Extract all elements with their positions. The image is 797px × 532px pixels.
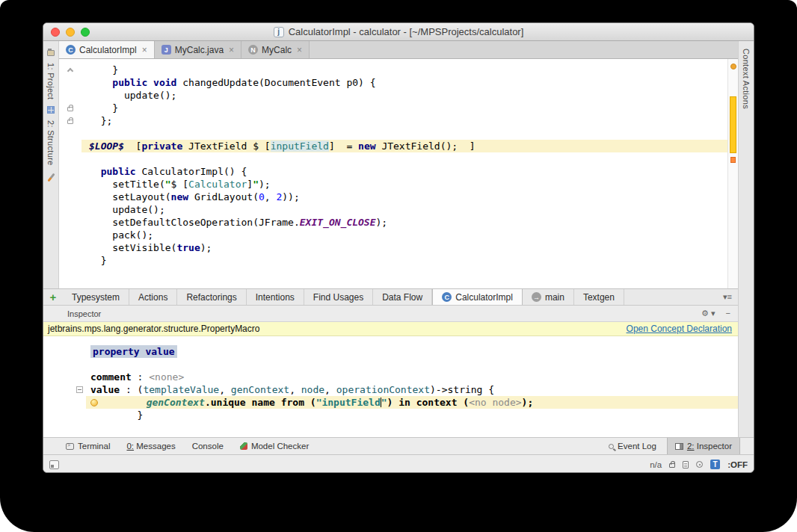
code-line[interactable]: genContext.unique name from ("inputField… <box>43 396 738 409</box>
code-line[interactable]: update(); <box>59 203 727 216</box>
code-line[interactable] <box>43 358 738 371</box>
inspector-toolwindow-icon <box>675 443 683 450</box>
code-line[interactable]: public void changedUpdate(DocumentEvent … <box>59 76 727 89</box>
tab-data-flow[interactable]: Data Flow <box>373 289 432 305</box>
code-line[interactable]: } <box>59 102 727 114</box>
minus-icon[interactable] <box>76 386 83 393</box>
minimize-button[interactable] <box>66 28 75 37</box>
macro-type-banner: jetbrains.mps.lang.generator.structure.P… <box>43 322 738 336</box>
class-icon: C <box>66 45 76 55</box>
toolwindow-project-button[interactable]: 1: Project <box>46 63 55 99</box>
code-line[interactable]: pack(); <box>59 229 727 241</box>
terminal-button[interactable]: Terminal <box>66 442 110 451</box>
scrollbar-error-marker[interactable] <box>730 157 736 163</box>
toolwindow-context-actions-button[interactable]: Context Actions <box>742 49 751 109</box>
project-icon <box>47 50 55 56</box>
readonly-doc-icon[interactable] <box>683 461 689 468</box>
scope-indicator-icon[interactable] <box>696 461 703 468</box>
messages-button[interactable]: 0: Messages <box>126 442 175 451</box>
close-button[interactable] <box>51 28 60 37</box>
add-aspect-button[interactable]: + <box>43 289 63 305</box>
close-icon[interactable]: × <box>229 45 234 55</box>
tab-intentions[interactable]: Intentions <box>247 289 304 305</box>
warnings-indicator-icon[interactable] <box>730 64 736 69</box>
event-log-button[interactable]: Event Log <box>609 442 656 451</box>
console-button[interactable]: Console <box>192 442 224 451</box>
code-line[interactable]: } <box>59 64 727 76</box>
code-line[interactable]: update(); <box>59 89 727 102</box>
error-stripe[interactable] <box>727 59 738 288</box>
close-icon[interactable]: × <box>142 45 147 55</box>
model-checker-label: Model Checker <box>251 442 309 451</box>
structure-icon <box>47 106 55 114</box>
code-line[interactable] <box>59 127 727 140</box>
close-icon[interactable]: × <box>297 45 302 55</box>
toolwindow-structure-button[interactable]: 2: Structure <box>46 120 55 165</box>
code-line[interactable]: setVisible(true); <box>59 241 727 254</box>
tab-actions[interactable]: Actions <box>129 289 177 305</box>
java-file-icon: J <box>161 45 171 55</box>
tab-find-usages[interactable]: Find Usages <box>304 289 373 305</box>
hide-icon[interactable]: − <box>726 309 730 318</box>
lock-icon[interactable] <box>67 120 73 124</box>
tab-mycalc-java[interactable]: J MyCalc.java × <box>155 41 241 58</box>
tab-main[interactable]: → main <box>523 289 574 305</box>
model-checker-icon <box>240 442 247 450</box>
code-line[interactable]: setDefaultCloseOperation(JFrame.EXIT_ON_… <box>59 216 727 229</box>
wrench-icon[interactable] <box>47 173 55 182</box>
tab-calculatorimpl[interactable]: C CalculatorImpl × <box>59 41 155 58</box>
code-line[interactable]: } <box>43 409 738 421</box>
position-indicator: n/a <box>650 460 662 469</box>
tab-label: MyCalc <box>262 45 292 55</box>
traffic-lights <box>51 28 90 37</box>
tab-refactorings[interactable]: Refactorings <box>177 289 246 305</box>
code-line[interactable]: value : (templateValue, genContext, node… <box>43 383 738 396</box>
tab-typesystem[interactable]: Typesystem <box>63 289 129 305</box>
code-line[interactable]: comment : <none> <box>43 371 738 383</box>
terminal-icon <box>66 443 74 450</box>
toolwindow-switcher-icon[interactable] <box>49 460 59 469</box>
inspector-code[interactable]: property value comment : <none>value : (… <box>43 336 738 437</box>
fold-icon[interactable] <box>67 68 73 74</box>
tab-calculatorimpl-editor[interactable]: C CalculatorImpl <box>432 289 523 305</box>
terminal-label: Terminal <box>78 442 110 451</box>
code-line[interactable] <box>59 152 727 165</box>
app-icon: j <box>274 27 284 37</box>
tab-mycalc[interactable]: N MyCalc × <box>241 41 310 58</box>
code-line[interactable]: $LOOP$ [private JTextField $ [inputField… <box>59 140 727 152</box>
event-log-icon <box>609 444 614 449</box>
tab-label: main <box>545 292 564 303</box>
code-line[interactable]: setTitle("$ [Calculator]"); <box>59 178 727 191</box>
editor-area: } public void changedUpdate(DocumentEven… <box>59 59 738 288</box>
code-line[interactable]: public CalculatorImpl() { <box>59 165 727 178</box>
aspect-tab-bar: + Typesystem Actions Refactorings Intent… <box>43 288 738 306</box>
tab-textgen[interactable]: Textgen <box>574 289 624 305</box>
zoom-button[interactable] <box>81 28 90 37</box>
class-icon: C <box>442 292 452 302</box>
open-concept-declaration-link[interactable]: Open Concept Declaration <box>627 324 732 334</box>
tab-label: CalculatorImpl <box>79 45 137 55</box>
event-log-label: Event Log <box>618 442 656 451</box>
editor-code[interactable]: } public void changedUpdate(DocumentEven… <box>59 59 727 288</box>
tab-label: CalculatorImpl <box>455 292 513 303</box>
titlebar[interactable]: j CalculatorImpl - calculator - [~/MPSPr… <box>43 23 754 41</box>
lock-icon[interactable] <box>669 463 675 468</box>
code-line[interactable]: }; <box>59 114 727 127</box>
scrollbar-warning-marker[interactable] <box>730 96 736 153</box>
left-toolwindow-stripe: 1: Project 2: Structure <box>43 41 59 288</box>
code-line[interactable]: } <box>59 254 727 267</box>
screen-background: j CalculatorImpl - calculator - [~/MPSPr… <box>0 0 797 532</box>
model-checker-button[interactable]: Model Checker <box>240 442 309 451</box>
tab-label: MyCalc.java <box>175 45 224 55</box>
transient-models-icon[interactable]: T <box>710 460 720 469</box>
generator-icon: → <box>532 292 541 302</box>
code-line[interactable]: setLayout(new GridLayout(0, 2)); <box>59 191 727 203</box>
code-line[interactable]: property value <box>43 345 738 358</box>
transient-models-state: :OFF <box>727 460 748 469</box>
hidden-tabs-icon[interactable]: ▾≡ <box>717 289 738 305</box>
gear-icon[interactable]: ⚙ ▾ <box>701 309 715 318</box>
mps-window: j CalculatorImpl - calculator - [~/MPSPr… <box>43 22 754 473</box>
lock-icon[interactable] <box>67 107 73 111</box>
inspector-title: Inspector <box>67 309 101 318</box>
inspector-toolwindow-button[interactable]: 2: Inspector <box>667 438 740 454</box>
